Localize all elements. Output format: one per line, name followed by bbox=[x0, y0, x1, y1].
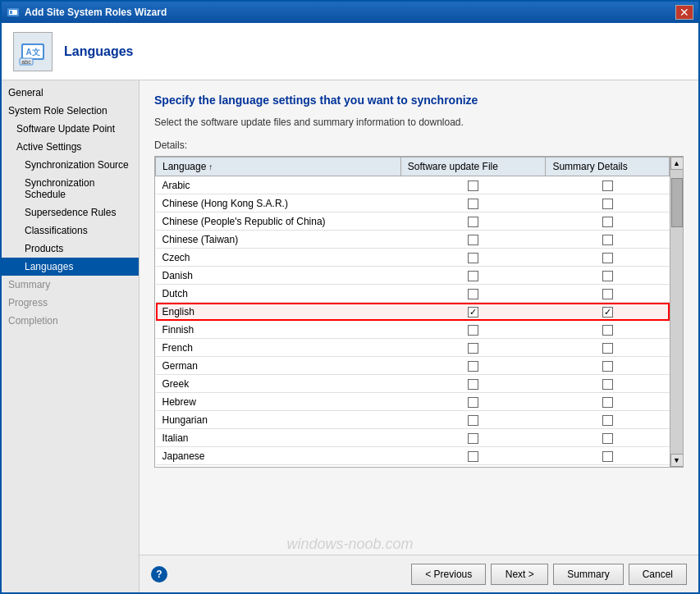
summary-checkbox[interactable] bbox=[602, 180, 613, 191]
software-file-cell[interactable] bbox=[400, 321, 546, 339]
summary-cell[interactable] bbox=[546, 176, 670, 194]
sidebar-item-sync-source[interactable]: Synchronization Source bbox=[2, 156, 139, 174]
scroll-track[interactable] bbox=[670, 170, 683, 454]
close-button[interactable]: ✕ bbox=[675, 5, 693, 20]
summary-checkbox[interactable] bbox=[602, 451, 613, 462]
summary-cell[interactable] bbox=[546, 303, 670, 321]
summary-button[interactable]: Summary bbox=[553, 564, 623, 585]
scrollbar[interactable]: ▲ ▼ bbox=[670, 157, 683, 467]
software-file-cell[interactable] bbox=[400, 231, 546, 249]
software-file-cell[interactable] bbox=[400, 267, 546, 285]
table-row[interactable]: German bbox=[156, 357, 670, 375]
table-row[interactable]: Chinese (Taiwan) bbox=[156, 231, 670, 249]
table-row[interactable]: Chinese (People's Republic of China) bbox=[156, 212, 670, 231]
sidebar-item-languages[interactable]: Languages bbox=[2, 258, 139, 276]
sidebar-item-products[interactable]: Products bbox=[2, 240, 139, 258]
summary-checkbox[interactable] bbox=[602, 307, 613, 318]
sidebar-item-supersedence-rules[interactable]: Supersedence Rules bbox=[2, 203, 139, 222]
sidebar-item-general[interactable]: General bbox=[2, 84, 139, 102]
software-file-checkbox[interactable] bbox=[468, 271, 478, 281]
software-file-cell[interactable] bbox=[400, 194, 546, 212]
software-file-cell[interactable] bbox=[400, 212, 546, 231]
software-file-checkbox[interactable] bbox=[468, 379, 478, 390]
cancel-button[interactable]: Cancel bbox=[629, 564, 687, 585]
previous-button[interactable]: < Previous bbox=[411, 564, 486, 585]
sidebar-item-sync-schedule[interactable]: Synchronization Schedule bbox=[2, 174, 139, 203]
software-file-checkbox[interactable] bbox=[468, 325, 478, 336]
summary-checkbox[interactable] bbox=[602, 415, 613, 426]
scroll-up[interactable]: ▲ bbox=[670, 157, 684, 170]
summary-cell[interactable] bbox=[546, 447, 670, 465]
software-file-checkbox[interactable] bbox=[468, 415, 478, 426]
summary-cell[interactable] bbox=[546, 465, 670, 468]
software-file-checkbox[interactable] bbox=[468, 343, 478, 354]
sidebar-item-classifications[interactable]: Classifications bbox=[2, 222, 139, 240]
summary-checkbox[interactable] bbox=[602, 199, 613, 209]
table-row[interactable]: English bbox=[156, 303, 670, 321]
software-file-cell[interactable] bbox=[400, 339, 546, 357]
summary-cell[interactable] bbox=[546, 411, 670, 429]
software-file-checkbox[interactable] bbox=[468, 235, 478, 245]
table-row[interactable]: Danish bbox=[156, 267, 670, 285]
software-file-checkbox[interactable] bbox=[468, 289, 478, 299]
summary-cell[interactable] bbox=[546, 285, 670, 303]
summary-cell[interactable] bbox=[546, 231, 670, 249]
summary-checkbox[interactable] bbox=[602, 433, 613, 444]
summary-cell[interactable] bbox=[546, 429, 670, 447]
table-row[interactable]: Finnish bbox=[156, 321, 670, 339]
software-file-checkbox[interactable] bbox=[468, 217, 478, 227]
table-row[interactable]: Korean bbox=[156, 465, 670, 468]
summary-checkbox[interactable] bbox=[602, 325, 613, 336]
table-row[interactable]: Czech bbox=[156, 249, 670, 267]
table-row[interactable]: Arabic bbox=[156, 176, 670, 194]
sidebar-item-system-role-selection[interactable]: System Role Selection bbox=[2, 102, 139, 120]
table-row[interactable]: Hungarian bbox=[156, 411, 670, 429]
software-file-cell[interactable] bbox=[400, 357, 546, 375]
table-scroll[interactable]: Language Software update File Summary De… bbox=[155, 157, 670, 467]
software-file-checkbox[interactable] bbox=[468, 199, 478, 209]
summary-cell[interactable] bbox=[546, 357, 670, 375]
table-row[interactable]: Greek bbox=[156, 375, 670, 393]
summary-checkbox[interactable] bbox=[602, 217, 613, 227]
scroll-down[interactable]: ▼ bbox=[670, 454, 684, 467]
table-row[interactable]: Hebrew bbox=[156, 393, 670, 411]
software-file-checkbox[interactable] bbox=[468, 397, 478, 408]
summary-cell[interactable] bbox=[546, 339, 670, 357]
summary-cell[interactable] bbox=[546, 212, 670, 231]
software-file-checkbox[interactable] bbox=[468, 433, 478, 444]
software-file-cell[interactable] bbox=[400, 285, 546, 303]
next-button[interactable]: Next > bbox=[491, 564, 548, 585]
software-file-checkbox[interactable] bbox=[468, 361, 478, 372]
summary-checkbox[interactable] bbox=[602, 253, 613, 263]
summary-cell[interactable] bbox=[546, 393, 670, 411]
software-file-cell[interactable] bbox=[400, 176, 546, 194]
summary-checkbox[interactable] bbox=[602, 379, 613, 390]
summary-checkbox[interactable] bbox=[602, 397, 613, 408]
software-file-cell[interactable] bbox=[400, 303, 546, 321]
summary-cell[interactable] bbox=[546, 249, 670, 267]
scroll-thumb[interactable] bbox=[671, 178, 683, 227]
software-file-cell[interactable] bbox=[400, 393, 546, 411]
summary-cell[interactable] bbox=[546, 267, 670, 285]
table-row[interactable]: Chinese (Hong Kong S.A.R.) bbox=[156, 194, 670, 212]
sidebar-item-active-settings[interactable]: Active Settings bbox=[2, 138, 139, 156]
table-row[interactable]: Dutch bbox=[156, 285, 670, 303]
summary-checkbox[interactable] bbox=[602, 271, 613, 281]
summary-cell[interactable] bbox=[546, 194, 670, 212]
software-file-cell[interactable] bbox=[400, 375, 546, 393]
software-file-checkbox[interactable] bbox=[468, 451, 478, 462]
software-file-cell[interactable] bbox=[400, 249, 546, 267]
summary-checkbox[interactable] bbox=[602, 235, 613, 245]
software-file-cell[interactable] bbox=[400, 429, 546, 447]
table-row[interactable]: Italian bbox=[156, 429, 670, 447]
table-row[interactable]: French bbox=[156, 339, 670, 357]
summary-checkbox[interactable] bbox=[602, 343, 613, 354]
help-button[interactable]: ? bbox=[151, 566, 167, 583]
software-file-checkbox[interactable] bbox=[468, 180, 478, 191]
software-file-checkbox[interactable] bbox=[468, 307, 478, 318]
summary-checkbox[interactable] bbox=[602, 289, 613, 299]
software-file-cell[interactable] bbox=[400, 465, 546, 468]
table-row[interactable]: Japanese bbox=[156, 447, 670, 465]
summary-checkbox[interactable] bbox=[602, 361, 613, 372]
software-file-cell[interactable] bbox=[400, 411, 546, 429]
